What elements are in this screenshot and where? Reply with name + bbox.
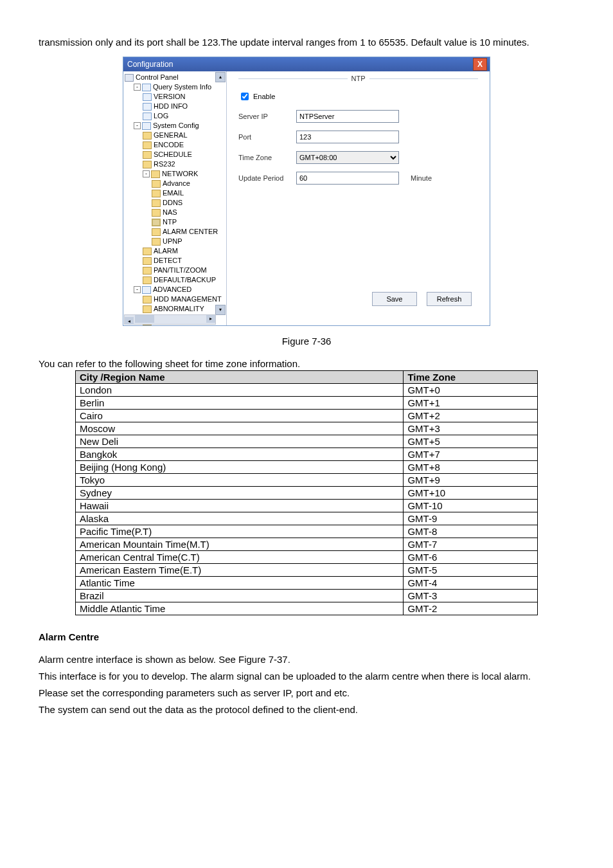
tree-email[interactable]: EMAIL xyxy=(125,188,225,198)
tree-nas[interactable]: NAS xyxy=(125,208,225,217)
updateperiod-input[interactable] xyxy=(296,172,399,185)
timezone-cell: GMT+3 xyxy=(404,422,538,435)
city-cell: American Central Time(C.T) xyxy=(76,550,404,563)
tree-ntp[interactable]: NTP xyxy=(125,217,225,227)
table-row: AlaskaGMT-9 xyxy=(76,512,538,525)
tree-network[interactable]: -NETWORK xyxy=(125,169,225,179)
tree-query-system-info[interactable]: -Query System Info xyxy=(125,82,225,92)
timezone-cell: GMT-3 xyxy=(404,589,538,602)
tree-hddinfo[interactable]: HDD INFO xyxy=(125,102,225,111)
table-row: Middle Atlantic TimeGMT-2 xyxy=(76,602,538,615)
city-cell: Brazil xyxy=(76,589,404,602)
tree-encode[interactable]: ENCODE xyxy=(125,140,225,150)
timezone-cell: GMT-7 xyxy=(404,538,538,550)
timezone-cell: GMT+8 xyxy=(404,460,538,473)
th-city: City /Region Name xyxy=(76,370,404,383)
city-cell: Tokyo xyxy=(76,473,404,486)
table-row: American Eastern Time(E.T)GMT-5 xyxy=(76,563,538,576)
table-row: LondonGMT+0 xyxy=(76,383,538,396)
timezone-cell: GMT+7 xyxy=(404,448,538,460)
timezone-cell: GMT-10 xyxy=(404,499,538,512)
port-label: Port xyxy=(238,133,296,141)
timezone-cell: GMT+0 xyxy=(404,383,538,396)
tree-advanced[interactable]: -ADVANCED xyxy=(125,285,225,294)
tree-upnp[interactable]: UPNP xyxy=(125,237,225,246)
city-cell: Beijing (Hong Kong) xyxy=(76,460,404,473)
window-titlebar: Configuration X xyxy=(123,57,490,71)
city-cell: American Mountain Time(M.T) xyxy=(76,538,404,550)
tree-system-config[interactable]: -System Config xyxy=(125,121,225,131)
timezone-select[interactable]: GMT+08:00 xyxy=(296,151,399,164)
city-cell: Pacific Time(P.T) xyxy=(76,525,404,538)
timezone-cell: GMT+5 xyxy=(404,435,538,448)
tree-general[interactable]: GENERAL xyxy=(125,131,225,140)
table-row: Atlantic TimeGMT-4 xyxy=(76,576,538,589)
tree-alarm[interactable]: ALARM xyxy=(125,246,225,256)
city-cell: Middle Atlantic Time xyxy=(76,602,404,615)
refresh-button[interactable]: Refresh xyxy=(427,292,472,306)
tree-schedule[interactable]: SCHEDULE xyxy=(125,150,225,159)
city-cell: American Eastern Time(E.T) xyxy=(76,563,404,576)
intro-text: transmission only and its port shall be … xyxy=(39,35,574,50)
alarm-centre-p4: The system can send out the data as the … xyxy=(39,702,574,718)
enable-checkbox[interactable] xyxy=(241,93,249,100)
enable-label: Enable xyxy=(253,93,275,100)
table-row: BangkokGMT+7 xyxy=(76,448,538,460)
alarm-centre-p3: Please set the corresponding parameters … xyxy=(39,685,574,701)
table-row: Pacific Time(P.T)GMT-8 xyxy=(76,525,538,538)
updateperiod-label: Update Period xyxy=(238,174,296,182)
configuration-window: Configuration X ▴ Control Panel -Query S… xyxy=(123,57,490,326)
serverip-input[interactable] xyxy=(296,110,399,123)
tree-detect[interactable]: DETECT xyxy=(125,256,225,266)
save-button[interactable]: Save xyxy=(372,292,417,306)
close-icon[interactable]: X xyxy=(473,58,487,71)
scroll-left-icon[interactable]: ◂ xyxy=(125,317,134,325)
timezone-cell: GMT+2 xyxy=(404,409,538,422)
tree-default-backup[interactable]: DEFAULT/BACKUP xyxy=(125,275,225,285)
table-row: American Mountain Time(M.T)GMT-7 xyxy=(76,538,538,550)
tree-log[interactable]: LOG xyxy=(125,111,225,121)
timezone-label: Time Zone xyxy=(238,154,296,161)
tree-alarm-center[interactable]: ALARM CENTER xyxy=(125,227,225,237)
city-cell: Moscow xyxy=(76,422,404,435)
tree-version[interactable]: VERSION xyxy=(125,92,225,102)
fieldset-label: NTP xyxy=(348,75,369,82)
timezone-cell: GMT-4 xyxy=(404,576,538,589)
alarm-centre-heading: Alarm Centre xyxy=(39,631,574,642)
table-row: American Central Time(C.T)GMT-6 xyxy=(76,550,538,563)
scroll-right-icon[interactable]: ▸ xyxy=(206,315,215,323)
horizontal-scrollbar[interactable]: ◂ ▸ xyxy=(124,314,216,325)
city-cell: Sydney xyxy=(76,486,404,499)
table-row: MoscowGMT+3 xyxy=(76,422,538,435)
table-row: Beijing (Hong Kong)GMT+8 xyxy=(76,460,538,473)
tree-ddns[interactable]: DDNS xyxy=(125,198,225,208)
th-timezone: Time Zone xyxy=(404,370,538,383)
scroll-down-icon[interactable]: ▾ xyxy=(215,305,226,315)
tree-ptz[interactable]: PAN/TILT/ZOOM xyxy=(125,266,225,275)
scroll-up-icon[interactable]: ▴ xyxy=(215,72,226,82)
tree-rs232[interactable]: RS232 xyxy=(125,159,225,169)
figure-caption: Figure 7-36 xyxy=(39,336,574,347)
form-pane: NTP Enable Server IP Port Time Zone GMT+… xyxy=(227,71,490,325)
alarm-centre-p1: Alarm centre interface is shown as below… xyxy=(39,652,574,667)
table-row: BerlinGMT+1 xyxy=(76,396,538,409)
serverip-label: Server IP xyxy=(238,113,296,120)
table-row: BrazilGMT-3 xyxy=(76,589,538,602)
port-input[interactable] xyxy=(296,131,399,143)
table-row: CairoGMT+2 xyxy=(76,409,538,422)
timezone-cell: GMT-9 xyxy=(404,512,538,525)
tree-advance[interactable]: Advance xyxy=(125,179,225,188)
tree-root[interactable]: Control Panel xyxy=(125,73,225,82)
minute-label: Minute xyxy=(411,174,432,182)
timezone-cell: GMT+10 xyxy=(404,486,538,499)
city-cell: Cairo xyxy=(76,409,404,422)
tree-hdd-management[interactable]: HDD MANAGEMENT xyxy=(125,294,225,304)
tree-abnormality[interactable]: ABNORMALITY xyxy=(125,304,225,314)
city-cell: London xyxy=(76,383,404,396)
tree-pane: ▴ Control Panel -Query System Info VERSI… xyxy=(123,71,227,325)
timezone-cell: GMT-2 xyxy=(404,602,538,615)
city-cell: Berlin xyxy=(76,396,404,409)
table-row: New DeliGMT+5 xyxy=(76,435,538,448)
timezone-cell: GMT+1 xyxy=(404,396,538,409)
timezone-cell: GMT-8 xyxy=(404,525,538,538)
